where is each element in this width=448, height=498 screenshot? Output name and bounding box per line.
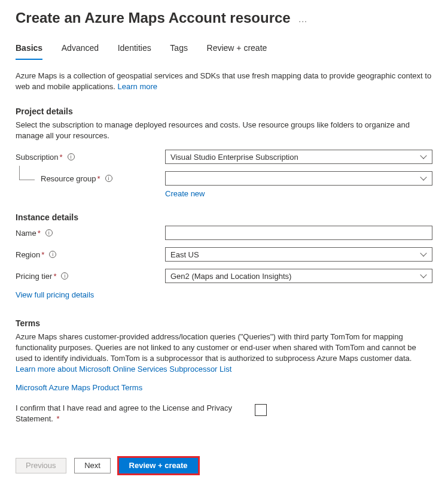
name-label: Name (16, 229, 36, 238)
required-mark: * (53, 272, 56, 281)
required-mark: * (41, 250, 44, 259)
footer-bar: Previous Next Review + create (0, 453, 448, 482)
create-new-link[interactable]: Create new (165, 189, 205, 198)
info-icon[interactable]: i (49, 251, 56, 258)
info-icon[interactable]: i (61, 272, 68, 280)
info-icon[interactable]: i (105, 175, 112, 182)
info-icon[interactable]: i (45, 229, 53, 236)
project-details-desc: Select the subscription to manage deploy… (16, 120, 432, 141)
page-title: Create an Azure Maps Account resource (16, 10, 291, 26)
pricing-details-link[interactable]: View full pricing details (16, 290, 94, 299)
resource-group-label: Resource group (41, 174, 96, 183)
subscription-value: Visual Studio Enterprise Subscription (170, 153, 298, 162)
tab-review-create[interactable]: Review + create (207, 40, 267, 60)
project-details-heading: Project details (16, 107, 432, 116)
learn-more-link[interactable]: Learn more (118, 82, 157, 91)
subscription-dropdown[interactable]: Visual Studio Enterprise Subscription (165, 150, 432, 164)
pricing-dropdown[interactable]: Gen2 (Maps and Location Insights) (165, 269, 432, 283)
region-value: East US (170, 250, 199, 259)
chevron-down-icon (421, 175, 427, 181)
confirm-checkbox[interactable] (255, 404, 267, 416)
pricing-label: Pricing tier (16, 272, 52, 281)
pricing-value: Gen2 (Maps and Location Insights) (170, 272, 291, 281)
required-mark: * (60, 153, 63, 162)
next-button[interactable]: Next (74, 458, 111, 473)
chevron-down-icon (421, 273, 427, 279)
hierarchy-connector (19, 166, 35, 180)
more-icon[interactable]: ··· (298, 16, 307, 26)
tabs-bar: Basics Advanced Identities Tags Review +… (16, 40, 432, 60)
tab-basics[interactable]: Basics (16, 40, 42, 60)
subscription-label: Subscription (16, 153, 59, 162)
chevron-down-icon (421, 154, 427, 160)
info-icon[interactable]: i (68, 153, 75, 160)
previous-button: Previous (16, 458, 66, 473)
required-mark: * (57, 414, 60, 423)
tab-tags[interactable]: Tags (170, 40, 188, 60)
subprocessor-link[interactable]: Learn more about Microsoft Online Servic… (16, 365, 231, 374)
required-mark: * (97, 174, 100, 183)
terms-text: Azure Maps shares customer-provided addr… (16, 332, 416, 363)
confirm-label: I confirm that I have read and agree to … (16, 403, 232, 423)
instance-details-heading: Instance details (16, 212, 432, 222)
required-mark: * (38, 229, 41, 238)
resource-group-dropdown[interactable] (165, 171, 432, 186)
tab-advanced[interactable]: Advanced (62, 40, 99, 60)
intro-text: Azure Maps is a collection of geospatial… (16, 71, 432, 92)
chevron-down-icon (421, 251, 427, 257)
region-dropdown[interactable]: East US (165, 247, 432, 262)
review-create-button[interactable]: Review + create (119, 458, 198, 473)
terms-body: Azure Maps shares customer-provided addr… (16, 332, 432, 375)
product-terms-link[interactable]: Microsoft Azure Maps Product Terms (16, 383, 142, 392)
region-label: Region (16, 250, 40, 259)
intro-body: Azure Maps is a collection of geospatial… (16, 71, 431, 91)
terms-heading: Terms (16, 318, 432, 328)
name-input[interactable] (165, 226, 432, 240)
tab-identities[interactable]: Identities (118, 40, 151, 60)
